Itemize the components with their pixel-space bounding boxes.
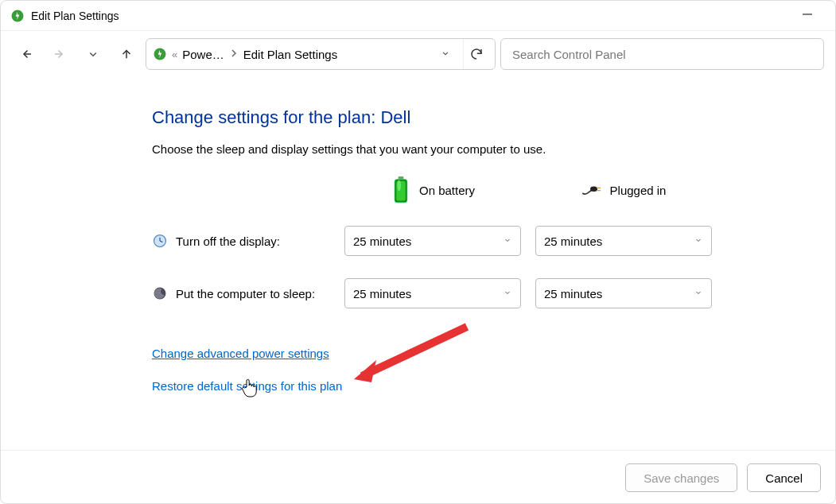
address-bar[interactable]: « Powe… Edit Plan Settings bbox=[146, 38, 496, 70]
chevron-down-icon bbox=[503, 235, 512, 247]
svg-point-8 bbox=[397, 180, 401, 192]
column-headers: On battery Plugged in bbox=[152, 176, 835, 204]
sleep-plugged-select[interactable]: 25 minutes bbox=[535, 278, 712, 308]
power-options-icon bbox=[153, 47, 167, 61]
svg-point-9 bbox=[590, 186, 597, 192]
sleep-battery-value: 25 minutes bbox=[353, 287, 411, 300]
svg-rect-11 bbox=[596, 190, 600, 191]
display-plugged-select[interactable]: 25 minutes bbox=[535, 226, 712, 256]
restore-defaults-link[interactable]: Restore default settings for this plan bbox=[152, 379, 835, 393]
breadcrumb-overflow-icon[interactable]: « bbox=[172, 48, 177, 60]
chevron-down-icon bbox=[503, 288, 512, 300]
breadcrumb-leaf[interactable]: Edit Plan Settings bbox=[243, 48, 337, 61]
window-title: Edit Plan Settings bbox=[31, 10, 789, 22]
up-button[interactable] bbox=[112, 40, 141, 68]
footer-divider bbox=[1, 450, 835, 451]
svg-rect-5 bbox=[399, 176, 404, 179]
save-button[interactable]: Save changes bbox=[625, 463, 737, 492]
main-content: Change settings for the plan: Dell Choos… bbox=[1, 77, 835, 393]
display-timer-icon bbox=[152, 233, 168, 249]
chevron-right-icon[interactable] bbox=[229, 48, 239, 60]
page-heading: Change settings for the plan: Dell bbox=[152, 107, 835, 128]
footer-buttons: Save changes Cancel bbox=[625, 463, 821, 492]
setting-row-sleep: Put the computer to sleep: 25 minutes 25… bbox=[152, 278, 835, 308]
nav-row: « Powe… Edit Plan Settings bbox=[1, 31, 835, 77]
sleep-battery-select[interactable]: 25 minutes bbox=[344, 278, 521, 308]
recent-locations-button[interactable] bbox=[79, 40, 107, 68]
cancel-button[interactable]: Cancel bbox=[747, 463, 821, 492]
titlebar: Edit Plan Settings bbox=[1, 1, 835, 31]
svg-rect-10 bbox=[596, 188, 600, 188]
setting-row-display: Turn off the display: 25 minutes 25 minu… bbox=[152, 226, 835, 256]
chevron-down-icon bbox=[694, 288, 703, 300]
refresh-button[interactable] bbox=[463, 39, 488, 69]
moon-icon bbox=[152, 285, 168, 301]
search-input[interactable] bbox=[500, 38, 824, 70]
on-battery-label: On battery bbox=[419, 184, 475, 197]
sleep-plugged-value: 25 minutes bbox=[544, 287, 602, 300]
forward-button[interactable] bbox=[45, 40, 74, 68]
sleep-label: Put the computer to sleep: bbox=[176, 287, 315, 300]
plug-icon bbox=[581, 176, 602, 204]
plugged-in-label: Plugged in bbox=[610, 184, 667, 197]
page-description: Choose the sleep and display settings th… bbox=[152, 142, 835, 156]
advanced-settings-link[interactable]: Change advanced power settings bbox=[152, 347, 835, 360]
chevron-down-icon bbox=[694, 235, 703, 247]
breadcrumb-root[interactable]: Powe… bbox=[182, 48, 224, 61]
display-battery-value: 25 minutes bbox=[353, 235, 411, 248]
display-label: Turn off the display: bbox=[176, 235, 280, 248]
links-block: Change advanced power settings Restore d… bbox=[152, 347, 835, 393]
battery-icon bbox=[391, 176, 411, 204]
display-battery-select[interactable]: 25 minutes bbox=[344, 226, 521, 256]
address-dropdown-button[interactable] bbox=[433, 48, 458, 61]
power-options-icon bbox=[10, 9, 25, 23]
back-button[interactable] bbox=[12, 40, 41, 68]
minimize-button[interactable] bbox=[789, 7, 826, 24]
display-plugged-value: 25 minutes bbox=[544, 235, 602, 248]
